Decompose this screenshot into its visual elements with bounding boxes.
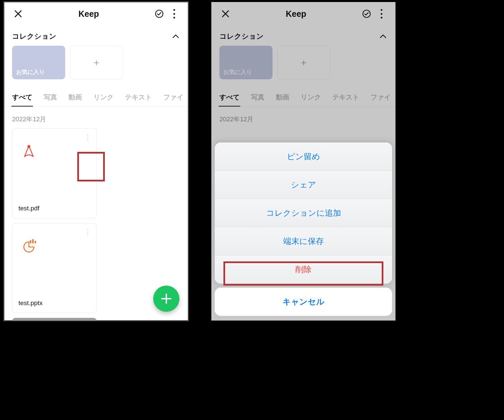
action-save-to-device[interactable]: 端末に保存: [215, 227, 392, 255]
select-mode-icon[interactable]: [359, 6, 374, 21]
plus-icon: ＋: [299, 56, 308, 69]
svg-rect-5: [32, 239, 34, 243]
favorites-label: お気に入り: [16, 68, 45, 76]
close-icon[interactable]: [11, 6, 26, 21]
phone-screen-left: Keep コレクション お気に入り ＋ すべて 写真 動画 リンク テキスト フ…: [4, 2, 188, 321]
tab-links[interactable]: リンク: [301, 93, 321, 107]
tab-files[interactable]: ファイ: [371, 93, 391, 107]
file-name: test.pptx: [12, 299, 96, 313]
tab-links[interactable]: リンク: [93, 93, 114, 107]
collections-header[interactable]: コレクション: [211, 26, 395, 44]
file-name: test.pdf: [12, 205, 96, 218]
file-item[interactable]: test.pdf: [12, 128, 97, 218]
collections-heading: コレクション: [12, 32, 56, 41]
collections-header[interactable]: コレクション: [4, 26, 188, 44]
tab-all[interactable]: すべて: [219, 93, 240, 107]
overflow-menu-icon[interactable]: [374, 6, 389, 21]
tab-files[interactable]: ファイ: [163, 93, 183, 107]
tab-photos[interactable]: 写真: [44, 93, 57, 107]
chevron-up-icon: [171, 32, 180, 41]
add-fab[interactable]: [153, 286, 179, 312]
month-group-label: 2022年12月: [211, 107, 395, 128]
tab-all[interactable]: すべて: [12, 93, 32, 107]
collections-row: お気に入り ＋: [211, 44, 395, 83]
app-header: Keep: [4, 2, 188, 26]
collections-heading: コレクション: [219, 32, 264, 41]
add-collection-button[interactable]: ＋: [277, 46, 330, 79]
action-share[interactable]: シェア: [215, 171, 392, 199]
file-item-menu-1[interactable]: [82, 226, 94, 238]
file-item-image[interactable]: [12, 318, 97, 321]
plus-icon: ＋: [92, 56, 101, 69]
file-item-menu-0[interactable]: [82, 131, 94, 143]
favorites-label: お気に入り: [223, 68, 252, 76]
collections-row: お気に入り ＋: [4, 44, 188, 83]
tab-photos[interactable]: 写真: [251, 93, 264, 107]
page-title: Keep: [233, 9, 359, 19]
action-add-to-collection[interactable]: コレクションに追加: [215, 199, 392, 227]
svg-rect-6: [35, 241, 36, 243]
select-mode-icon[interactable]: [152, 6, 167, 21]
page-title: Keep: [26, 9, 152, 19]
pptx-icon: [21, 239, 37, 255]
app-header: Keep: [211, 2, 395, 26]
overflow-menu-icon[interactable]: [167, 6, 181, 21]
action-sheet: ピン留め シェア コレクションに追加 端末に保存 削除 キャンセル: [211, 142, 395, 321]
tab-text[interactable]: テキスト: [125, 93, 152, 107]
favorites-collection[interactable]: お気に入り: [12, 46, 65, 79]
action-delete[interactable]: 削除: [215, 255, 392, 284]
tab-videos[interactable]: 動画: [69, 93, 82, 107]
filter-tabs: すべて 写真 動画 リンク テキスト ファイ: [211, 83, 395, 107]
phone-screen-right: Keep コレクション お気に入り ＋ すべて 写真 動画 リンク テキスト フ…: [211, 2, 395, 321]
action-cancel[interactable]: キャンセル: [215, 288, 392, 316]
favorites-collection[interactable]: お気に入り: [219, 46, 272, 79]
svg-rect-4: [30, 240, 31, 243]
filter-tabs: すべて 写真 動画 リンク テキスト ファイ: [4, 83, 188, 107]
chevron-up-icon: [379, 32, 387, 41]
tab-videos[interactable]: 動画: [276, 93, 289, 107]
action-pin[interactable]: ピン留め: [215, 142, 392, 171]
file-item[interactable]: test.pptx: [12, 223, 97, 313]
month-group-label: 2022年12月: [4, 107, 188, 128]
tab-text[interactable]: テキスト: [332, 93, 359, 107]
close-icon[interactable]: [218, 6, 233, 21]
pdf-icon: [21, 144, 37, 160]
add-collection-button[interactable]: ＋: [70, 46, 123, 79]
